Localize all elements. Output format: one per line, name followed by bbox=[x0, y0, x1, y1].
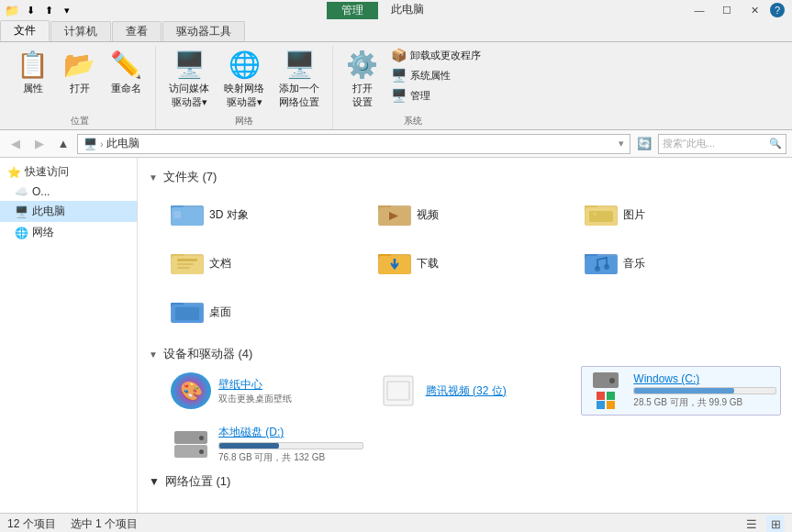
tencent-info: 腾讯视频 (32 位) bbox=[426, 383, 571, 399]
search-box[interactable]: 搜索"此电... 🔍 bbox=[658, 134, 786, 154]
path-icon: 🖥️ bbox=[84, 138, 97, 150]
access-media-icon: 🖥️ bbox=[173, 50, 206, 80]
qa-dropdown[interactable]: ▾ bbox=[59, 2, 75, 18]
redo-btn[interactable]: ⬆ bbox=[40, 2, 57, 18]
svg-rect-19 bbox=[177, 267, 190, 269]
add-network-icon: 🖥️ bbox=[284, 50, 316, 80]
uninstall-label: 卸载或更改程序 bbox=[410, 49, 481, 62]
help-btn[interactable]: ? bbox=[770, 3, 785, 17]
folder-video-icon bbox=[378, 198, 411, 232]
devices-inner-grid: 🎨 壁纸中心 双击更换桌面壁纸 bbox=[167, 366, 781, 470]
folder-doc[interactable]: 文档 bbox=[167, 241, 367, 286]
properties-btn[interactable]: 📋 属性 bbox=[11, 46, 54, 99]
devices-grid: 🎨 壁纸中心 双击更换桌面壁纸 bbox=[149, 366, 781, 470]
system-properties-btn[interactable]: 🖥️ 系统属性 bbox=[387, 66, 485, 84]
system-buttons: ⚙️ 打开设置 📦 卸载或更改程序 🖥️ 系统属性 🖥️ 管理 bbox=[340, 46, 485, 113]
cursor-area bbox=[149, 493, 781, 512]
open-icon: 📂 bbox=[63, 50, 95, 80]
location-buttons: 📋 属性 📂 打开 ✏️ 重命名 bbox=[11, 46, 148, 113]
item-count: 12 个项目 bbox=[7, 516, 56, 532]
folder-3d[interactable]: 3D 对象 bbox=[167, 193, 367, 238]
large-icon-view-btn[interactable]: ⊞ bbox=[766, 515, 785, 533]
manage-icon: 🖥️ bbox=[391, 88, 407, 103]
status-bar: 12 个项目 选中 1 个项目 ☰ ⊞ bbox=[0, 513, 792, 532]
svg-rect-35 bbox=[384, 376, 413, 405]
folder-desktop[interactable]: 桌面 bbox=[167, 290, 367, 335]
up-btn[interactable]: ▲ bbox=[53, 134, 73, 154]
view-controls: ☰ ⊞ bbox=[742, 515, 785, 533]
wallpaper-center-item[interactable]: 🎨 壁纸中心 双击更换桌面壁纸 bbox=[167, 366, 367, 416]
uninstall-btn[interactable]: 📦 卸载或更改程序 bbox=[387, 46, 485, 64]
folder-music[interactable]: 音乐 bbox=[581, 241, 781, 286]
folder-download[interactable]: 下载 bbox=[374, 241, 574, 286]
ribbon-group-location: 📋 属性 📂 打开 ✏️ 重命名 位置 bbox=[4, 46, 156, 129]
wallpaper-name[interactable]: 壁纸中心 bbox=[218, 377, 363, 393]
network-group-label: 网络 bbox=[163, 113, 325, 129]
maximize-btn[interactable]: ☐ bbox=[715, 2, 739, 18]
undo-btn[interactable]: ⬇ bbox=[22, 2, 39, 18]
svg-rect-3 bbox=[173, 211, 181, 218]
onedrive-label: O... bbox=[32, 185, 50, 198]
back-btn[interactable]: ◀ bbox=[6, 134, 26, 154]
tab-computer[interactable]: 计算机 bbox=[50, 21, 111, 41]
svg-rect-12 bbox=[589, 211, 613, 222]
folder-music-icon bbox=[585, 247, 618, 281]
manage-tab[interactable]: 管理 bbox=[327, 2, 378, 19]
sidebar-item-thispc[interactable]: 🖥️ 此电脑 bbox=[0, 201, 137, 222]
search-placeholder: 搜索"此电... bbox=[663, 137, 765, 150]
main-container: ⭐ 快速访问 ☁️ O... 🖥️ 此电脑 🌐 网络 ▼ 文件夹 (7) bbox=[0, 158, 792, 513]
search-icon[interactable]: 🔍 bbox=[769, 138, 782, 150]
devices-section-header[interactable]: ▼ 设备和驱动器 (4) bbox=[149, 342, 781, 366]
tencent-video-item[interactable]: 腾讯视频 (32 位) bbox=[374, 366, 574, 416]
local-d-bar bbox=[218, 442, 363, 449]
map-network-label: 映射网络驱动器▾ bbox=[224, 82, 264, 109]
windows-c-bar bbox=[633, 387, 776, 394]
folder-pic[interactable]: 图片 bbox=[581, 193, 781, 238]
folder-icon-qa[interactable]: 📁 bbox=[4, 2, 20, 18]
rename-btn[interactable]: ✏️ 重命名 bbox=[105, 46, 148, 99]
tencent-name[interactable]: 腾讯视频 (32 位) bbox=[426, 383, 571, 399]
refresh-btn[interactable]: 🔄 bbox=[634, 134, 654, 154]
access-media-btn[interactable]: 🖥️ 访问媒体驱动器▾ bbox=[163, 46, 215, 113]
address-path[interactable]: 🖥️ › 此电脑 ▾ bbox=[77, 134, 630, 154]
sidebar-item-network[interactable]: 🌐 网络 bbox=[0, 222, 137, 243]
open-settings-btn[interactable]: ⚙️ 打开设置 bbox=[340, 46, 384, 113]
folders-section-header[interactable]: ▼ 文件夹 (7) bbox=[149, 165, 781, 189]
sidebar-item-onedrive[interactable]: ☁️ O... bbox=[0, 183, 137, 201]
folder-video[interactable]: 视频 bbox=[374, 193, 574, 238]
quickaccess-label: 快速访问 bbox=[25, 164, 69, 180]
folder-doc-name: 文档 bbox=[209, 256, 231, 272]
tab-driver-tools[interactable]: 驱动器工具 bbox=[162, 21, 245, 41]
tab-file[interactable]: 文件 bbox=[0, 20, 50, 41]
folder-pic-icon bbox=[585, 198, 618, 232]
tab-view[interactable]: 查看 bbox=[112, 21, 162, 41]
manage-btn[interactable]: 🖥️ 管理 bbox=[387, 86, 485, 105]
add-network-btn[interactable]: 🖥️ 添加一个网络位置 bbox=[273, 46, 325, 113]
local-d-info: 本地磁盘 (D:) 76.8 GB 可用，共 132 GB bbox=[218, 425, 363, 464]
network-section-header[interactable]: ▼ 网络位置 (1) bbox=[149, 470, 781, 493]
minimize-btn[interactable]: — bbox=[687, 2, 711, 18]
path-dropdown[interactable]: ▾ bbox=[619, 138, 624, 150]
thispc-label: 此电脑 bbox=[32, 204, 65, 219]
local-d-item[interactable]: 本地磁盘 (D:) 76.8 GB 可用，共 132 GB bbox=[167, 419, 367, 470]
details-view-btn[interactable]: ☰ bbox=[742, 515, 761, 533]
sidebar: ⭐ 快速访问 ☁️ O... 🖥️ 此电脑 🌐 网络 bbox=[0, 158, 138, 513]
sidebar-item-quickaccess[interactable]: ⭐ 快速访问 bbox=[0, 161, 137, 183]
local-d-name[interactable]: 本地磁盘 (D:) bbox=[218, 425, 363, 440]
local-d-fill bbox=[219, 443, 279, 449]
folders-title: 文件夹 (7) bbox=[163, 169, 218, 185]
folder-download-icon bbox=[378, 247, 411, 281]
map-network-btn[interactable]: 🌐 映射网络驱动器▾ bbox=[218, 46, 270, 113]
local-d-space: 76.8 GB 可用，共 132 GB bbox=[218, 451, 363, 464]
folder-download-name: 下载 bbox=[417, 256, 439, 272]
windows-c-item[interactable]: Windows (C:) 28.5 GB 可用，共 99.9 GB bbox=[581, 366, 781, 416]
folder-music-name: 音乐 bbox=[623, 256, 645, 272]
forward-btn[interactable]: ▶ bbox=[29, 134, 50, 154]
close-btn[interactable]: ✕ bbox=[742, 2, 766, 18]
windows-c-name[interactable]: Windows (C:) bbox=[633, 372, 776, 385]
local-d-icon-box bbox=[171, 427, 211, 463]
open-btn[interactable]: 📂 打开 bbox=[58, 46, 101, 99]
system-group-label: 系统 bbox=[340, 113, 485, 129]
ribbon-tabs-row: 文件 计算机 查看 驱动器工具 bbox=[0, 20, 792, 42]
folder-desktop-name: 桌面 bbox=[209, 305, 231, 320]
